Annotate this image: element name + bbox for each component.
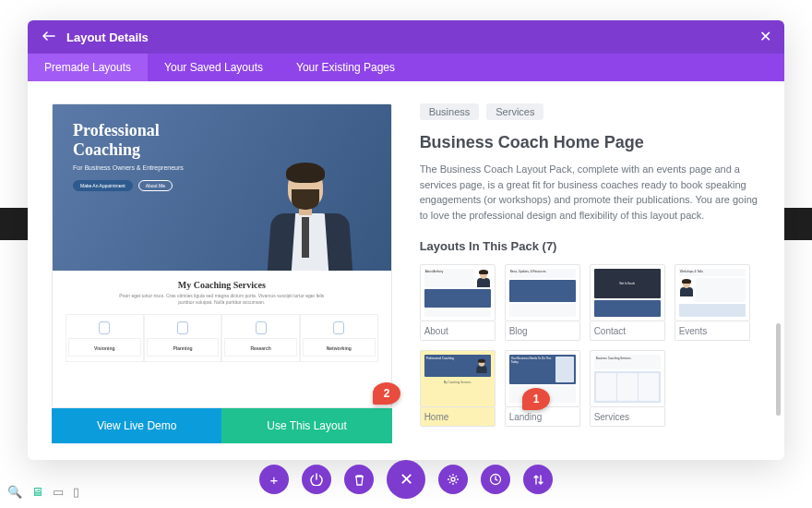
- power-icon[interactable]: [302, 465, 331, 494]
- layout-card-contact[interactable]: Get In Touch Contact: [590, 264, 665, 341]
- modal-header: Layout Details ✕: [28, 20, 784, 54]
- layout-card-label: About: [420, 321, 496, 341]
- layout-card-label: Landing: [505, 407, 580, 427]
- tag-services[interactable]: Services: [486, 103, 543, 120]
- layout-card-label: Services: [590, 407, 665, 427]
- hero-title-2: Coaching: [73, 140, 140, 159]
- zoom-icon[interactable]: 🔍: [7, 485, 22, 499]
- layout-card-label: Blog: [505, 321, 580, 341]
- services-title: My Coaching Services: [66, 280, 378, 290]
- hero-cta-2: About Me: [138, 180, 173, 191]
- annotation-marker-2: 2: [373, 382, 400, 405]
- pack-heading: Layouts In This Pack (7): [420, 239, 760, 253]
- layout-card-services[interactable]: Business Coaching Services Services: [590, 350, 665, 427]
- layout-card-home[interactable]: Professional CoachingMy Coaching Service…: [420, 350, 496, 427]
- layout-card-events[interactable]: Workshops & Talks Events: [675, 264, 750, 341]
- history-icon[interactable]: [481, 465, 510, 494]
- svg-point-0: [451, 478, 455, 481]
- hero-person-graphic: [253, 160, 354, 271]
- modal-title: Layout Details: [66, 30, 759, 44]
- layout-card-label: Home: [420, 407, 496, 427]
- phone-view-icon[interactable]: ▯: [73, 485, 79, 499]
- tab-saved-layouts[interactable]: Your Saved Layouts: [148, 54, 280, 81]
- layout-card-about[interactable]: About Anthony About: [420, 264, 496, 341]
- tablet-view-icon[interactable]: ▭: [53, 485, 64, 499]
- tab-existing-pages[interactable]: Your Existing Pages: [280, 54, 412, 81]
- layout-heading: Business Coach Home Page: [420, 133, 760, 152]
- sort-icon[interactable]: [523, 465, 553, 494]
- tag-business[interactable]: Business: [420, 103, 480, 120]
- services-desc: Proin eget tortor risus. Cras ultricies …: [113, 293, 331, 305]
- layout-card-blog[interactable]: News, Updates, & Resources Blog: [505, 264, 580, 341]
- use-this-layout-button[interactable]: Use This Layout: [221, 408, 391, 443]
- close-builder-icon[interactable]: ✕: [387, 460, 425, 499]
- close-icon[interactable]: ✕: [759, 30, 771, 44]
- layout-card-label: Events: [675, 321, 750, 341]
- service-item: Visioning: [68, 338, 141, 357]
- trash-icon[interactable]: [344, 465, 374, 494]
- desktop-view-icon[interactable]: 🖥: [31, 485, 43, 499]
- layout-pack-cards: About Anthony About News, Updates, & Res…: [420, 264, 760, 427]
- back-icon[interactable]: [41, 31, 57, 42]
- service-item: Research: [224, 338, 297, 357]
- modal-tabs: Premade Layouts Your Saved Layouts Your …: [28, 54, 784, 81]
- service-item: Planning: [147, 338, 220, 357]
- bottom-toolbar: + ✕: [0, 460, 812, 499]
- layout-preview: ProfessionalCoaching For Business Owners…: [52, 103, 392, 408]
- view-live-demo-button[interactable]: View Live Demo: [52, 408, 221, 443]
- hero-title-1: Professional: [73, 121, 160, 139]
- settings-icon[interactable]: [438, 465, 468, 494]
- layout-card-label: Contact: [590, 321, 665, 341]
- tab-premade-layouts[interactable]: Premade Layouts: [28, 54, 148, 81]
- view-mode-tools: 🔍 🖥 ▭ ▯: [7, 485, 79, 499]
- service-item: Networking: [303, 338, 376, 357]
- hero-cta-1: Make An Appointment: [73, 180, 133, 191]
- add-icon[interactable]: +: [259, 465, 289, 494]
- layout-description: The Business Coach Layout Pack, complete…: [420, 162, 760, 223]
- scrollbar[interactable]: [776, 323, 781, 416]
- layout-details-modal: Layout Details ✕ Premade Layouts Your Sa…: [28, 20, 784, 460]
- annotation-marker-1: 1: [522, 388, 550, 410]
